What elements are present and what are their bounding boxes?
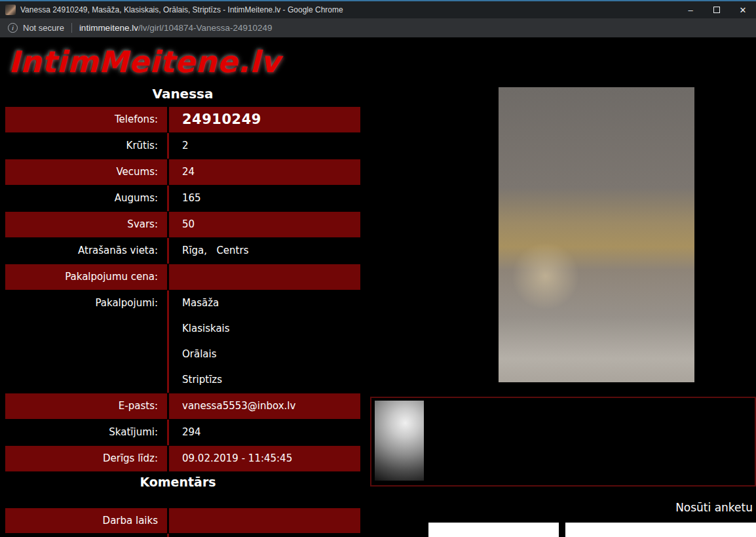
row-label: Atrašanās vieta:: [5, 238, 167, 264]
profile-photo[interactable]: [499, 87, 694, 382]
table-row-atrasanas-vieta: Atrašanās vieta: Rīga, Centrs: [5, 238, 360, 264]
row-label: Vecums:: [5, 159, 167, 185]
comment-heading: Komentārs: [5, 475, 350, 489]
titlebar: Vanessa 24910249, Masāža, Klasiskais, Or…: [0, 1, 756, 18]
service-item: Orālais: [182, 342, 360, 367]
table-row-krutis: Krūtis: 2: [5, 133, 360, 159]
row-label: Pakalpojumu cena:: [5, 264, 167, 290]
row-value: 50: [169, 212, 360, 237]
row-value: 294: [169, 420, 360, 445]
row-label: Krūtis:: [5, 133, 167, 159]
address-bar[interactable]: i Not secure intimmeitene.lv /lv/girl/10…: [0, 18, 756, 37]
table-row-darba-laiks: Darba laiks: [5, 508, 360, 533]
row-value: 165: [169, 186, 360, 211]
info-icon[interactable]: i: [8, 23, 18, 33]
gallery-box: [370, 397, 756, 487]
row-label: [5, 534, 167, 537]
maximize-button[interactable]: [704, 1, 730, 18]
send-form-link[interactable]: Nosūti anketu: [675, 501, 753, 514]
window-title: Vanessa 24910249, Masāža, Klasiskais, Or…: [20, 5, 677, 14]
table-row-pakalpojumu-cena: Pakalpojumu cena:: [5, 264, 360, 290]
form-panel-left[interactable]: [428, 523, 559, 537]
service-item: Striptīzs: [182, 367, 360, 393]
table-row-skatijumi: Skatījumi: 294: [5, 420, 360, 445]
profile-info-table: Telefons: 24910249 Krūtis: 2 Vecums: 24 …: [5, 107, 360, 472]
gallery-thumbnail[interactable]: [375, 401, 424, 481]
close-button[interactable]: ✕: [730, 1, 756, 18]
url-path[interactable]: /lv/girl/104874-Vanessa-24910249: [138, 23, 273, 33]
security-label[interactable]: Not secure: [23, 23, 64, 33]
table-row-partial: [5, 534, 360, 537]
row-value: 2: [169, 133, 360, 159]
window-controls: – ✕: [677, 1, 756, 18]
row-label: E-pasts:: [5, 393, 167, 419]
table-row-pakalpojumi: Pakalpojumi: Masāža Klasiskais Orālais S…: [5, 290, 360, 393]
table-row-svars: Svars: 50: [5, 212, 360, 237]
url-separator: [71, 23, 72, 33]
row-value: 09.02.2019 - 11:45:45: [169, 446, 360, 471]
minimize-button[interactable]: –: [677, 1, 704, 18]
row-value: [169, 534, 360, 537]
maximize-icon: [713, 7, 720, 13]
table-row-vecums: Vecums: 24: [5, 159, 360, 185]
url-host[interactable]: intimmeitene.lv: [79, 23, 138, 33]
row-label: Svars:: [5, 212, 167, 237]
row-label: Skatījumi:: [5, 420, 167, 445]
services-list: Masāža Klasiskais Orālais Striptīzs: [169, 290, 360, 393]
row-value: [169, 264, 360, 290]
service-item: Masāža: [182, 290, 360, 316]
table-row-derigs-lidz: Derīgs līdz: 09.02.2019 - 11:45:45: [5, 446, 360, 471]
row-label: Telefons:: [5, 107, 167, 132]
favicon: [5, 5, 16, 15]
row-value: Rīga, Centrs: [169, 238, 360, 264]
row-label: Augums:: [5, 186, 167, 211]
table-row-augums: Augums: 165: [5, 186, 360, 211]
table-row-telefons: Telefons: 24910249: [5, 107, 360, 132]
row-label: Derīgs līdz:: [5, 446, 167, 471]
row-value: 24: [169, 159, 360, 185]
table-row-epasts: E-pasts: vanessa5553@inbox.lv: [5, 393, 360, 419]
email-value: vanessa5553@inbox.lv: [169, 393, 360, 419]
service-item: Klasiskais: [182, 316, 360, 342]
minimize-icon: –: [688, 5, 692, 15]
row-value: [169, 508, 360, 533]
phone-value: 24910249: [169, 107, 360, 132]
row-label: Darba laiks: [5, 508, 167, 533]
row-label: Pakalpojumi:: [5, 290, 167, 393]
site-logo[interactable]: IntimMeitene.lv: [9, 46, 280, 79]
form-panel-right[interactable]: [565, 523, 756, 537]
close-icon: ✕: [740, 5, 747, 15]
profile-name-heading: Vanessa: [5, 86, 360, 102]
